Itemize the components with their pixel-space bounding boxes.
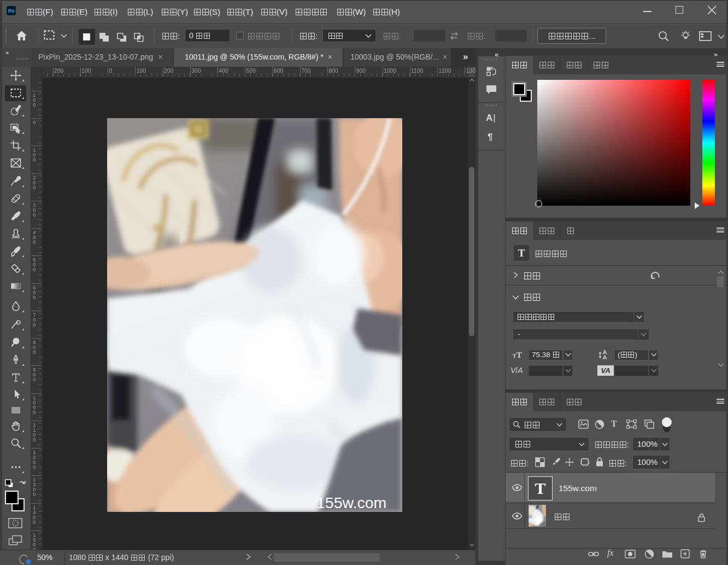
- svg-text:155w.com: 155w.com: [316, 494, 386, 511]
